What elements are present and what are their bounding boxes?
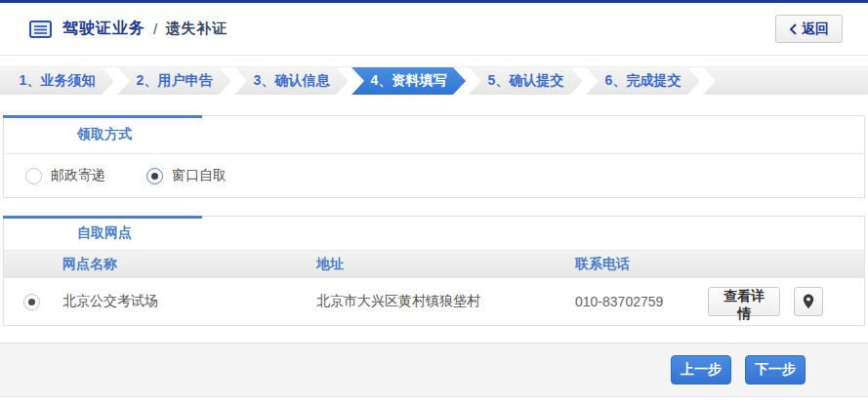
step-6-complete-submit[interactable]: 6、完成提交 [586,67,700,95]
radio-window-selected[interactable] [146,168,163,184]
chevron-left-icon [789,23,797,35]
page-header: 驾驶证业务 / 遗失补证 返回 [0,3,868,56]
breadcrumb-separator: / [153,20,157,37]
location-pin-icon [803,294,814,309]
locations-table-header: 网点名称 地址 联系电话 [4,251,864,278]
page-subtitle: 遗失补证 [165,20,227,38]
step-2-user-declaration[interactable]: 2、用户申告 [117,67,231,95]
column-address: 地址 [312,256,571,273]
view-details-button[interactable]: 查看详情 [708,287,780,316]
panel-accent-line [3,216,202,219]
back-button-label: 返回 [802,20,829,38]
column-phone: 联系电话 [571,256,708,273]
step-4-fill-data[interactable]: 4、资料填写 [351,67,466,95]
next-step-button[interactable]: 下一步 [745,355,806,385]
radio-option-window-pickup[interactable]: 窗口自取 [146,167,227,184]
step-5-confirm-submit[interactable]: 5、确认提交 [469,67,583,95]
location-name: 北京公交考试场 [59,293,312,310]
column-location-name: 网点名称 [59,256,312,273]
radio-window-label: 窗口自取 [172,167,227,184]
location-phone: 010-83702759 [571,294,708,309]
radio-option-postal[interactable]: 邮政寄递 [25,167,105,184]
step-filler [703,67,868,95]
pickup-locations-title: 自取网点 [4,217,864,251]
pickup-method-options: 邮政寄递 窗口自取 [4,154,864,197]
location-address: 北京市大兴区黄村镇狼垡村 [312,293,571,310]
step-1-business-notice[interactable]: 1、业务须知 [0,67,114,95]
panel-accent-line [3,115,202,118]
pickup-method-title: 领取方式 [4,116,864,154]
step-3-confirm-info[interactable]: 3、确认信息 [234,67,349,95]
pickup-method-panel: 领取方式 邮政寄递 窗口自取 [3,115,865,198]
radio-postal-label: 邮政寄递 [51,167,105,184]
radio-location-selected[interactable] [23,294,40,310]
step-wizard: 1、业务须知 2、用户申告 3、确认信息 4、资料填写 5、确认提交 6、完成提… [0,66,868,95]
pickup-locations-panel: 自取网点 网点名称 地址 联系电话 北京公交考试场 北京市大兴区黄村镇狼垡村 0… [3,216,865,326]
table-row: 北京公交考试场 北京市大兴区黄村镇狼垡村 010-83702759 查看详情 [4,278,864,325]
page-title: 驾驶证业务 [62,19,145,39]
form-list-icon [29,20,52,38]
radio-postal-unselected[interactable] [25,168,42,184]
previous-step-button[interactable]: 上一步 [671,355,731,385]
wizard-footer: 上一步 下一步 [0,343,868,397]
map-button[interactable] [794,287,823,316]
back-button[interactable]: 返回 [775,15,843,43]
